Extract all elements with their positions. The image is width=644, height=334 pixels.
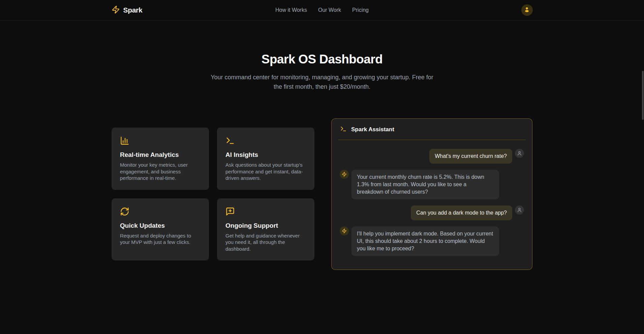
message-square-plus-icon (225, 207, 235, 216)
feature-card-quick-updates: Quick Updates Request and deploy changes… (112, 198, 209, 261)
page-title: Spark OS Dashboard (0, 53, 644, 66)
feature-description: Get help and guidance whenever you need … (225, 232, 306, 252)
assistant-avatar (340, 170, 349, 179)
nav-link-pricing[interactable]: Pricing (352, 7, 369, 13)
terminal-icon (225, 136, 235, 145)
user-avatar (515, 205, 524, 215)
chat-message-user: What's my current churn rate? (340, 149, 524, 164)
feature-title: AI Insights (225, 151, 306, 159)
user-icon (524, 6, 530, 14)
spark-assistant-panel: Spark Assistant What's my current churn … (331, 118, 532, 270)
feature-card-real-time-analytics: Real-time Analytics Monitor your key met… (112, 128, 209, 190)
brand-logo[interactable]: Spark (112, 5, 143, 15)
assistant-header: Spark Assistant (332, 119, 532, 140)
feature-title: Ongoing Support (225, 222, 306, 229)
zap-icon (342, 172, 347, 177)
message-bubble: Can you add a dark mode to the app? (411, 205, 512, 220)
chat-message-user: Can you add a dark mode to the app? (340, 205, 524, 220)
nav-link-our-work[interactable]: Our Work (318, 7, 341, 13)
assistant-avatar (340, 226, 349, 235)
feature-grid: Real-time Analytics Monitor your key met… (112, 128, 314, 260)
feature-card-ai-insights: AI Insights Ask questions about your sta… (217, 128, 314, 190)
main-section: Real-time Analytics Monitor your key met… (0, 118, 644, 270)
chat-message-assistant: I'll help you implement dark mode. Based… (340, 226, 524, 256)
message-bubble: What's my current churn rate? (429, 149, 512, 164)
chart-column-icon (120, 136, 129, 145)
nav-link-how-it-works[interactable]: How it Works (275, 7, 307, 13)
hero-section: Spark OS Dashboard Your command center f… (0, 21, 644, 91)
top-nav: Spark How it Works Our Work Pricing (0, 0, 644, 21)
message-bubble: Your current monthly churn rate is 5.2%.… (351, 170, 499, 199)
refresh-icon (120, 207, 129, 216)
terminal-icon (340, 126, 347, 134)
feature-title: Real-time Analytics (120, 151, 201, 159)
user-icon (517, 207, 522, 213)
message-list: What's my current churn rate? Your curre… (332, 140, 532, 270)
zap-icon (342, 228, 347, 233)
chat-message-assistant: Your current monthly churn rate is 5.2%.… (340, 170, 524, 199)
user-avatar-button[interactable] (521, 4, 533, 16)
feature-description: Request and deploy changes to your MVP w… (120, 232, 201, 246)
user-icon (517, 151, 522, 156)
message-bubble: I'll help you implement dark mode. Based… (351, 226, 499, 256)
user-avatar (515, 149, 524, 158)
feature-title: Quick Updates (120, 222, 201, 229)
page-scrollbar-thumb[interactable] (642, 71, 644, 120)
assistant-title: Spark Assistant (351, 126, 394, 133)
feature-card-ongoing-support: Ongoing Support Get help and guidance wh… (217, 198, 314, 261)
zap-icon (112, 5, 120, 15)
brand-name: Spark (123, 6, 143, 14)
nav-links: How it Works Our Work Pricing (275, 0, 369, 20)
feature-description: Ask questions about your startup's perfo… (225, 162, 306, 182)
feature-description: Monitor your key metrics, user engagemen… (120, 162, 201, 182)
hero-subtitle: Your command center for monitoring, mana… (209, 73, 435, 91)
